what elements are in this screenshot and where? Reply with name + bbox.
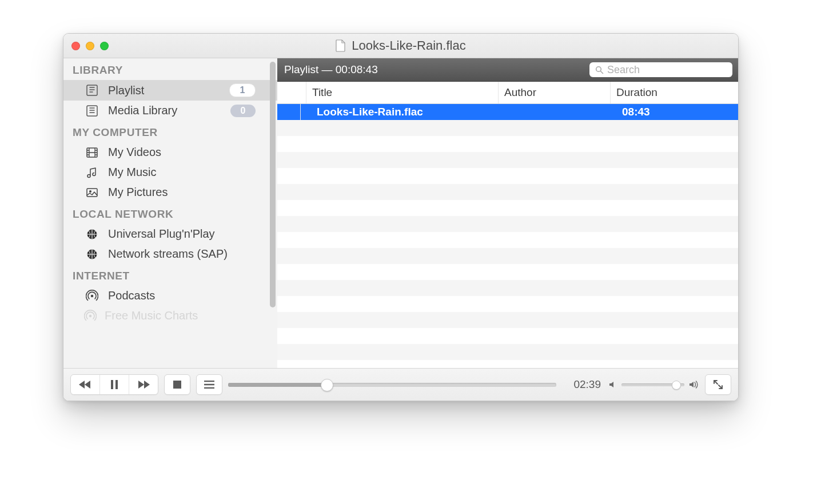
volume-slider[interactable] <box>621 383 684 386</box>
playlist-icon <box>84 84 100 97</box>
section-header-my-computer: MY COMPUTER <box>63 121 277 142</box>
sidebar-item-label: My Pictures <box>108 186 168 199</box>
playlist-total-duration: 00:08:43 <box>336 63 378 75</box>
playlist-header-sep: — <box>318 63 336 75</box>
window-title: Looks-Like-Rain.flac <box>352 38 465 53</box>
column-header-duration[interactable]: Duration <box>611 82 722 103</box>
column-play-indicator[interactable] <box>277 82 306 103</box>
sidebar-item-media-library[interactable]: Media Library 0 <box>63 101 277 121</box>
svg-rect-1 <box>87 106 97 116</box>
cell-author <box>511 104 616 120</box>
globe-icon <box>84 248 100 261</box>
film-icon <box>84 146 100 159</box>
playlist-panel: Playlist — 00:08:43 Search Title Author … <box>277 58 738 368</box>
playlist-toggle-button[interactable] <box>197 375 222 394</box>
sidebar-item-my-videos[interactable]: My Videos <box>63 142 277 162</box>
fullscreen-button[interactable] <box>706 375 731 394</box>
column-pad <box>722 82 738 103</box>
sidebar-item-podcasts[interactable]: Podcasts <box>63 286 277 306</box>
seek-slider[interactable] <box>228 379 556 390</box>
sidebar-item-label: Playlist <box>108 84 144 97</box>
sidebar-item-my-pictures[interactable]: My Pictures <box>63 182 277 202</box>
sidebar: LIBRARY Playlist 1 Media Library 0 MY CO… <box>63 58 277 368</box>
section-header-internet: INTERNET <box>63 264 277 286</box>
playlist-toggle-group <box>196 374 222 395</box>
elapsed-time: 02:39 <box>562 378 603 391</box>
seek-thumb[interactable] <box>321 379 333 391</box>
table-row[interactable]: Looks-Like-Rain.flac 08:43 <box>277 104 738 120</box>
volume-high-icon <box>689 381 699 389</box>
svg-rect-12 <box>173 381 181 389</box>
zoom-window-button[interactable] <box>100 42 109 50</box>
search-input[interactable]: Search <box>589 62 732 77</box>
music-icon <box>84 166 100 179</box>
volume-control <box>609 381 699 389</box>
table-header: Title Author Duration <box>277 82 738 104</box>
seek-fill <box>228 383 326 387</box>
section-header-library: LIBRARY <box>63 58 277 80</box>
picture-icon <box>84 186 100 199</box>
svg-rect-10 <box>111 380 113 389</box>
previous-button[interactable] <box>71 375 99 394</box>
podcast-icon <box>84 290 100 302</box>
svg-point-4 <box>89 190 91 193</box>
minimize-window-button[interactable] <box>86 42 94 50</box>
section-header-local-network: LOCAL NETWORK <box>63 202 277 224</box>
pause-button[interactable] <box>99 375 129 394</box>
app-window: Looks-Like-Rain.flac LIBRARY Playlist 1 … <box>63 33 739 401</box>
transport-buttons <box>70 374 158 395</box>
close-window-button[interactable] <box>71 42 80 50</box>
volume-thumb[interactable] <box>672 381 681 390</box>
next-button[interactable] <box>129 375 158 394</box>
playlist-count-badge: 1 <box>229 83 256 97</box>
sidebar-item-label: My Videos <box>108 146 161 159</box>
volume-low-icon <box>609 381 617 389</box>
sidebar-item-sap[interactable]: Network streams (SAP) <box>63 244 277 264</box>
podcast-icon <box>84 310 97 322</box>
sidebar-item-label: Media Library <box>108 104 177 117</box>
playlist-header-prefix: Playlist <box>284 63 318 75</box>
sidebar-item-label: Free Music Charts <box>105 309 198 322</box>
library-icon <box>84 105 100 117</box>
sidebar-scrollbar[interactable] <box>270 62 276 307</box>
svg-point-7 <box>91 294 93 297</box>
cell-title: Looks-Like-Rain.flac <box>301 104 511 120</box>
sidebar-item-label: Network streams (SAP) <box>108 247 228 261</box>
sidebar-item-my-music[interactable]: My Music <box>63 162 277 182</box>
sidebar-item-free-music-charts[interactable]: Free Music Charts <box>63 306 277 322</box>
svg-point-8 <box>89 314 91 317</box>
svg-rect-11 <box>115 380 118 389</box>
sidebar-item-label: My Music <box>108 166 156 179</box>
sidebar-item-label: Podcasts <box>108 289 155 302</box>
column-header-title[interactable]: Title <box>306 82 499 103</box>
globe-icon <box>84 228 100 241</box>
table-body: Looks-Like-Rain.flac 08:43 <box>277 104 738 368</box>
column-header-author[interactable]: Author <box>499 82 611 103</box>
svg-rect-3 <box>87 189 97 197</box>
title-bar: Looks-Like-Rain.flac <box>63 34 738 58</box>
sidebar-item-upnp[interactable]: Universal Plug'n'Play <box>63 224 277 244</box>
sidebar-item-label: Universal Plug'n'Play <box>108 227 215 241</box>
media-library-count-badge: 0 <box>230 105 256 117</box>
stop-button[interactable] <box>165 375 190 394</box>
search-icon <box>595 66 604 74</box>
window-controls <box>63 42 109 50</box>
sidebar-item-playlist[interactable]: Playlist 1 <box>63 80 277 101</box>
playlist-header-bar: Playlist — 00:08:43 Search <box>277 58 738 82</box>
player-controls: 02:39 <box>63 369 738 401</box>
document-icon <box>336 39 346 52</box>
search-placeholder: Search <box>607 64 640 76</box>
fullscreen-button-group <box>705 374 731 395</box>
stop-button-group <box>164 374 190 395</box>
cell-duration: 08:43 <box>616 104 728 120</box>
svg-rect-0 <box>87 85 97 95</box>
